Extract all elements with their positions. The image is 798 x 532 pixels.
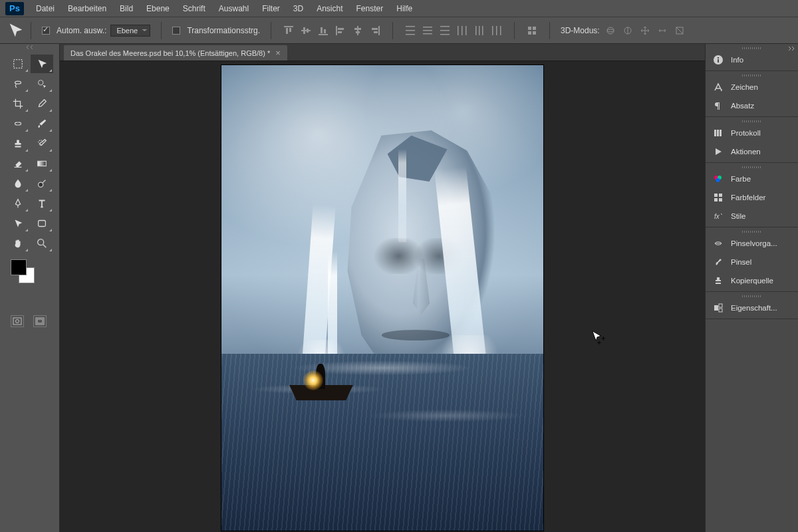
tool-crop[interactable] bbox=[7, 94, 29, 113]
svg-rect-27 bbox=[458, 26, 459, 35]
transform-controls-checkbox[interactable] bbox=[172, 27, 180, 35]
tool-stamp[interactable] bbox=[7, 134, 29, 153]
distribute-right-icon[interactable] bbox=[490, 24, 503, 37]
menu-select[interactable]: Auswahl bbox=[212, 1, 255, 16]
menu-filter[interactable]: Filter bbox=[255, 1, 287, 16]
svg-rect-14 bbox=[356, 31, 360, 33]
menu-3d[interactable]: 3D bbox=[287, 1, 310, 16]
menu-window[interactable]: Fenster bbox=[350, 1, 390, 16]
distribute-group bbox=[398, 21, 509, 40]
svg-rect-3 bbox=[301, 30, 311, 31]
panel-actions[interactable]: Aktionen bbox=[706, 142, 798, 161]
panel-grip-icon[interactable] bbox=[706, 293, 798, 299]
align-left-icon[interactable] bbox=[334, 24, 347, 37]
menu-bar: Ps Datei Bearbeiten Bild Ebene Schrift A… bbox=[0, 0, 798, 17]
tool-quick-select[interactable] bbox=[31, 74, 53, 93]
3d-pan-icon[interactable] bbox=[638, 24, 652, 37]
tool-eraser[interactable] bbox=[7, 154, 29, 173]
menu-image[interactable]: Bild bbox=[113, 1, 140, 16]
svg-rect-35 bbox=[500, 26, 501, 35]
tool-move[interactable] bbox=[31, 55, 53, 73]
menu-edit[interactable]: Bearbeiten bbox=[61, 1, 113, 16]
canvas[interactable] bbox=[221, 65, 543, 531]
tool-brush[interactable] bbox=[31, 114, 53, 133]
panel-brush[interactable]: Pinsel bbox=[706, 253, 798, 271]
tool-gradient[interactable] bbox=[31, 154, 53, 173]
panel-label: Info bbox=[731, 56, 743, 64]
align-bottom-icon[interactable] bbox=[317, 24, 330, 37]
tool-heal[interactable] bbox=[7, 114, 29, 133]
quick-mask-button[interactable] bbox=[11, 315, 24, 327]
panel-paragraph[interactable]: Absatz bbox=[706, 96, 798, 115]
panel-grip-icon[interactable] bbox=[706, 164, 798, 170]
panel-history[interactable]: Protokoll bbox=[706, 124, 798, 142]
current-tool-icon[interactable] bbox=[7, 23, 25, 38]
auto-select-target-dropdown[interactable]: Ebene bbox=[110, 25, 150, 37]
panel-grip-icon[interactable] bbox=[706, 229, 798, 234]
auto-align-icon[interactable] bbox=[525, 24, 539, 37]
svg-rect-20 bbox=[406, 34, 415, 35]
svg-rect-21 bbox=[423, 27, 432, 28]
tool-lasso[interactable] bbox=[7, 74, 29, 93]
tool-pen[interactable] bbox=[7, 194, 29, 213]
tool-dodge[interactable] bbox=[31, 174, 53, 193]
panel-color[interactable]: Farbe bbox=[706, 170, 798, 188]
close-icon[interactable]: × bbox=[275, 48, 281, 58]
tool-path-select[interactable] bbox=[7, 214, 29, 233]
distribute-hcenter-icon[interactable] bbox=[473, 24, 486, 37]
svg-rect-66 bbox=[719, 194, 722, 197]
menu-view[interactable]: Ansicht bbox=[310, 1, 349, 16]
screen-mode-button[interactable] bbox=[33, 315, 47, 327]
menu-type[interactable]: Schrift bbox=[176, 1, 212, 16]
3d-roll-icon[interactable] bbox=[621, 24, 634, 37]
svg-rect-4 bbox=[303, 27, 305, 34]
menu-file[interactable]: Datei bbox=[29, 1, 61, 16]
auto-select-checkbox[interactable] bbox=[42, 27, 50, 35]
distribute-top-icon[interactable] bbox=[404, 24, 417, 37]
menu-layer[interactable]: Ebene bbox=[140, 1, 176, 16]
color-swatches bbox=[5, 259, 32, 286]
svg-point-45 bbox=[38, 80, 43, 85]
panels-collapse-icon[interactable] bbox=[787, 44, 795, 53]
svg-rect-15 bbox=[378, 26, 380, 35]
tool-zoom[interactable] bbox=[31, 234, 53, 253]
panel-info[interactable]: Info bbox=[706, 51, 798, 69]
tool-history-brush[interactable] bbox=[31, 134, 53, 153]
panel-clone-source[interactable]: Kopierquelle bbox=[706, 271, 798, 290]
document-tab[interactable]: Das Orakel des Meeres.psd bei 10,1% (Ent… bbox=[64, 45, 287, 61]
3d-orbit-icon[interactable] bbox=[604, 24, 617, 37]
panel-character[interactable]: Zeichen bbox=[706, 78, 798, 96]
tool-shape[interactable] bbox=[31, 214, 53, 233]
3d-slide-icon[interactable] bbox=[656, 24, 669, 37]
panel-grip-icon[interactable] bbox=[706, 118, 798, 124]
panel-group: Farbe Farbfelder fx Stile bbox=[706, 163, 798, 227]
panel-grip-icon[interactable] bbox=[706, 72, 798, 78]
svg-rect-67 bbox=[714, 198, 718, 201]
toolbox-collapse-icon[interactable] bbox=[0, 44, 59, 51]
menu-help[interactable]: Hilfe bbox=[390, 1, 419, 16]
canvas-viewport[interactable] bbox=[60, 61, 705, 532]
align-right-icon[interactable] bbox=[368, 24, 382, 37]
tool-blur[interactable] bbox=[7, 174, 29, 193]
tool-hand[interactable] bbox=[7, 234, 29, 253]
align-top-icon[interactable] bbox=[282, 24, 295, 37]
3d-scale-icon[interactable] bbox=[673, 24, 686, 37]
panel-styles[interactable]: fx Stile bbox=[706, 207, 798, 225]
align-vcenter-icon[interactable] bbox=[299, 24, 313, 37]
svg-rect-12 bbox=[357, 26, 358, 35]
svg-rect-18 bbox=[406, 26, 415, 27]
distribute-vcenter-icon[interactable] bbox=[421, 24, 434, 37]
panel-grip-icon[interactable] bbox=[706, 45, 798, 51]
tool-type[interactable] bbox=[31, 194, 53, 213]
distribute-bottom-icon[interactable] bbox=[438, 24, 452, 37]
panel-label: Pinselvorga... bbox=[731, 239, 777, 247]
align-hcenter-icon[interactable] bbox=[351, 24, 364, 37]
svg-rect-28 bbox=[462, 26, 463, 35]
distribute-left-icon[interactable] bbox=[456, 24, 469, 37]
foreground-color[interactable] bbox=[11, 259, 27, 275]
panel-properties[interactable]: Eigenschaft... bbox=[706, 299, 798, 317]
panel-brush-presets[interactable]: Pinselvorga... bbox=[706, 234, 798, 253]
panel-swatches[interactable]: Farbfelder bbox=[706, 188, 798, 207]
tool-marquee[interactable] bbox=[7, 55, 29, 73]
tool-eyedropper[interactable] bbox=[31, 94, 53, 113]
